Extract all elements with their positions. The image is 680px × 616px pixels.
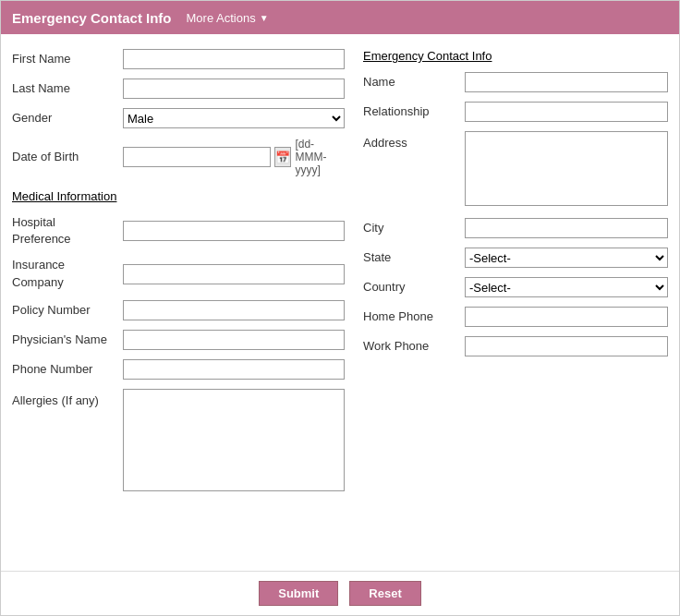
hospital-pref-field [123,221,345,241]
gender-row: Gender Male Female Other [12,108,345,128]
allergies-textarea[interactable] [123,389,345,491]
page-title: Emergency Contact Info [12,10,172,26]
state-select[interactable]: -Select- California New York Texas [465,248,668,268]
dob-label: Date of Birth [12,149,123,165]
address-textarea[interactable] [465,131,668,206]
first-name-field [123,49,345,69]
state-field: -Select- California New York Texas [465,248,668,268]
footer: Submit Reset [1,571,679,615]
phone-label: Phone Number [12,361,123,378]
policy-row: Policy Number [12,300,345,320]
phone-row: Phone Number [12,359,345,380]
gender-select[interactable]: Male Female Other [123,108,345,128]
relationship-row: Relationship [363,102,668,122]
policy-field [123,300,345,320]
home-phone-field [465,307,668,327]
form-body: First Name Last Name Gender Male Femal [1,34,679,571]
phone-input[interactable] [123,359,345,380]
last-name-row: Last Name [12,79,345,99]
submit-button[interactable]: Submit [259,581,338,606]
address-label: Address [363,131,465,151]
date-field-container: 📅 [dd-MMM-yyyy] [123,138,345,176]
contact-name-field [465,72,668,92]
policy-input[interactable] [123,300,345,320]
gender-field: Male Female Other [123,108,345,128]
work-phone-row: Work Phone [363,336,668,356]
right-column: Emergency Contact Info Name Relationship… [354,49,668,560]
allergies-label: Allergies (If any) [12,389,123,409]
hospital-pref-row: Hospital Preference [12,214,345,248]
relationship-input[interactable] [465,102,668,122]
insurance-label: Insurance Company [12,257,123,290]
physician-row: Physician's Name [12,330,345,350]
insurance-row: Insurance Company [12,257,345,290]
gender-label: Gender [12,110,123,127]
calendar-icon[interactable]: 📅 [274,147,291,167]
reset-button[interactable]: Reset [349,581,420,606]
first-name-row: First Name [12,49,345,69]
relationship-field [465,102,668,122]
city-field [465,218,668,238]
last-name-field [123,79,345,99]
relationship-label: Relationship [363,103,465,120]
contact-name-row: Name [363,72,668,92]
country-select[interactable]: -Select- USA Canada UK [465,277,668,297]
first-name-input[interactable] [123,49,345,69]
more-actions-label: More Actions [187,11,256,25]
last-name-label: Last Name [12,80,123,97]
left-column: First Name Last Name Gender Male Femal [12,49,354,560]
hospital-pref-input[interactable] [123,221,345,241]
work-phone-input[interactable] [465,336,668,356]
date-format-hint: [dd-MMM-yyyy] [295,138,345,176]
dob-input[interactable] [123,147,271,167]
country-field: -Select- USA Canada UK [465,277,668,297]
home-phone-row: Home Phone [363,307,668,327]
home-phone-label: Home Phone [363,308,465,325]
medical-info-heading: Medical Information [12,189,345,203]
contact-name-label: Name [363,74,465,91]
state-label: State [363,249,465,266]
medical-info-link[interactable]: Medical Information [12,189,116,203]
city-input[interactable] [465,218,668,238]
first-name-label: First Name [12,51,123,67]
physician-input[interactable] [123,330,345,350]
allergies-field [123,389,345,494]
state-row: State -Select- California New York Texas [363,248,668,268]
phone-field [123,359,345,380]
address-field [465,131,668,209]
address-row: Address [363,131,668,209]
contact-name-input[interactable] [465,72,668,92]
dob-row: Date of Birth 📅 [dd-MMM-yyyy] [12,138,345,176]
hospital-pref-label: Hospital Preference [12,214,123,248]
emergency-contact-link[interactable]: Emergency Contact Info [363,49,492,63]
country-label: Country [363,279,465,296]
page-container: Emergency Contact Info More Actions ▼ Fi… [0,0,680,616]
dob-field: 📅 [dd-MMM-yyyy] [123,138,345,176]
city-label: City [363,220,465,236]
allergies-row: Allergies (If any) [12,389,345,494]
emergency-contact-heading: Emergency Contact Info [363,49,668,63]
policy-label: Policy Number [12,302,123,319]
more-actions-arrow: ▼ [260,13,269,23]
work-phone-field [465,336,668,356]
header-bar: Emergency Contact Info More Actions ▼ [1,1,679,34]
work-phone-label: Work Phone [363,338,465,355]
physician-field [123,330,345,350]
physician-label: Physician's Name [12,332,123,348]
insurance-field [123,264,345,284]
last-name-input[interactable] [123,79,345,99]
more-actions-button[interactable]: More Actions ▼ [187,11,269,25]
insurance-input[interactable] [123,264,345,284]
city-row: City [363,218,668,238]
home-phone-input[interactable] [465,307,668,327]
country-row: Country -Select- USA Canada UK [363,277,668,297]
